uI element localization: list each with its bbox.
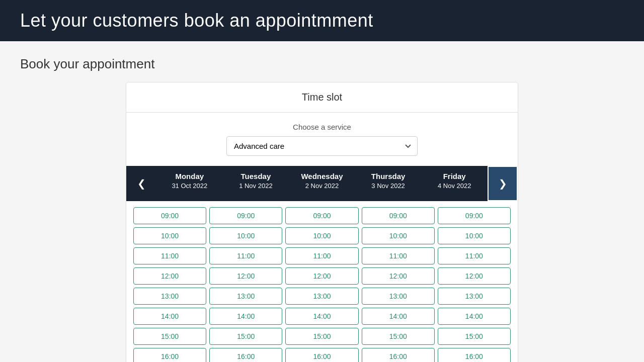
main-content: Book your appointment Time slot Choose a…: [0, 41, 644, 362]
time-slot[interactable]: 12:00: [285, 267, 358, 285]
time-slot[interactable]: 15:00: [133, 328, 206, 345]
day-header: Tuesday 1 Nov 2022: [223, 166, 289, 201]
time-slot[interactable]: 13:00: [438, 288, 511, 305]
time-slot[interactable]: 15:00: [362, 328, 435, 345]
time-slot[interactable]: 10:00: [362, 227, 435, 244]
day-name: Monday: [160, 172, 219, 180]
service-label: Choose a service: [136, 123, 508, 131]
time-slot[interactable]: 16:00: [362, 348, 435, 362]
time-slot[interactable]: 10:00: [209, 227, 282, 244]
time-slot[interactable]: 10:00: [133, 227, 206, 244]
time-slot[interactable]: 11:00: [438, 247, 511, 264]
day-header: Wednesday 2 Nov 2022: [289, 166, 355, 201]
day-header: Thursday 3 Nov 2022: [355, 166, 422, 201]
day-header: Monday 31 Oct 2022: [156, 166, 223, 201]
time-slot[interactable]: 09:00: [362, 207, 435, 224]
time-slot[interactable]: 13:00: [133, 288, 206, 305]
time-slot[interactable]: 09:00: [209, 207, 282, 224]
time-slot[interactable]: 10:00: [438, 227, 511, 244]
time-slot[interactable]: 11:00: [285, 247, 358, 264]
page-header: Let your customers book an appointmment: [0, 0, 644, 41]
time-slot[interactable]: 12:00: [209, 267, 282, 285]
time-slot[interactable]: 14:00: [209, 308, 282, 325]
day-name: Tuesday: [227, 172, 285, 180]
next-week-button[interactable]: ❯: [488, 166, 518, 201]
header-title: Let your customers book an appointmment: [20, 10, 624, 31]
time-slot[interactable]: 13:00: [362, 288, 435, 305]
time-slot[interactable]: 09:00: [285, 207, 358, 224]
service-section: Choose a service Advanced care Basic car…: [126, 113, 518, 166]
card-header: Time slot: [126, 82, 518, 113]
time-slot[interactable]: 13:00: [209, 288, 282, 305]
time-slot[interactable]: 11:00: [362, 247, 435, 264]
time-slot[interactable]: 13:00: [285, 288, 358, 305]
time-slot[interactable]: 09:00: [438, 207, 511, 224]
page-title: Book your appointment: [20, 56, 624, 72]
time-slot[interactable]: 16:00: [133, 348, 206, 362]
service-select[interactable]: Advanced care Basic care Premium care: [226, 136, 418, 156]
day-name: Thursday: [359, 172, 418, 180]
booking-card: Time slot Choose a service Advanced care…: [126, 82, 518, 362]
time-slot[interactable]: 16:00: [438, 348, 511, 362]
prev-week-button[interactable]: ❮: [126, 166, 156, 201]
day-name: Wednesday: [293, 172, 351, 180]
calendar-navigation: ❮ Monday 31 Oct 2022 Tuesday 1 Nov 2022 …: [126, 166, 518, 201]
day-date: 31 Oct 2022: [160, 182, 219, 190]
time-slot[interactable]: 09:00: [133, 207, 206, 224]
day-date: 4 Nov 2022: [425, 182, 484, 190]
time-slot[interactable]: 12:00: [133, 267, 206, 285]
time-slot[interactable]: 12:00: [362, 267, 435, 285]
time-slot[interactable]: 15:00: [209, 328, 282, 345]
time-slot[interactable]: 15:00: [438, 328, 511, 345]
day-date: 3 Nov 2022: [359, 182, 418, 190]
day-header: Friday 4 Nov 2022: [421, 166, 488, 201]
day-name: Friday: [425, 172, 484, 180]
time-slot[interactable]: 14:00: [438, 308, 511, 325]
time-slot[interactable]: 14:00: [133, 308, 206, 325]
time-slot[interactable]: 11:00: [133, 247, 206, 264]
days-header: Monday 31 Oct 2022 Tuesday 1 Nov 2022 We…: [156, 166, 488, 201]
time-slot[interactable]: 10:00: [285, 227, 358, 244]
time-slot[interactable]: 14:00: [362, 308, 435, 325]
time-slot[interactable]: 14:00: [285, 308, 358, 325]
time-slot[interactable]: 16:00: [285, 348, 358, 362]
time-grid: 09:0009:0009:0009:0009:0010:0010:0010:00…: [126, 201, 518, 362]
time-slot[interactable]: 16:00: [209, 348, 282, 362]
day-date: 1 Nov 2022: [227, 182, 285, 190]
time-slot[interactable]: 11:00: [209, 247, 282, 264]
day-date: 2 Nov 2022: [293, 182, 351, 190]
time-slot[interactable]: 12:00: [438, 267, 511, 285]
time-slot[interactable]: 15:00: [285, 328, 358, 345]
